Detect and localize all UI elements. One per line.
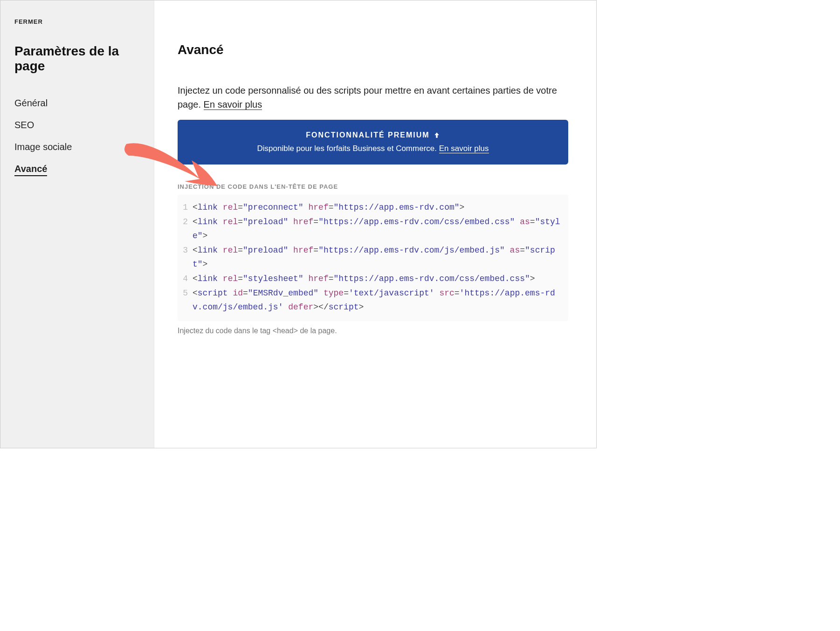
code-injection-label: INJECTION DE CODE DANS L'EN-TÊTE DE PAGE (178, 183, 568, 190)
premium-banner: FONCTIONNALITÉ PREMIUM Disponible pour l… (178, 120, 568, 165)
nav-item-general[interactable]: Général (14, 98, 48, 109)
line-number: 4 (182, 272, 193, 286)
sidebar-title: Paramètres de la page (14, 44, 140, 74)
close-button[interactable]: FERMER (14, 18, 43, 25)
code-line[interactable]: 3<link rel="preload" href="https://app.e… (182, 243, 564, 272)
premium-title-text: FONCTIONNALITÉ PREMIUM (306, 131, 429, 139)
premium-title: FONCTIONNALITÉ PREMIUM (306, 131, 440, 139)
nav-item-advanced[interactable]: Avancé (14, 164, 47, 176)
premium-learn-more-link[interactable]: En savoir plus (439, 144, 489, 153)
intro-text: Injectez un code personnalisé ou des scr… (178, 83, 568, 111)
code-content[interactable]: <link rel="stylesheet" href="https://app… (193, 272, 564, 286)
code-line[interactable]: 4<link rel="stylesheet" href="https://ap… (182, 272, 564, 286)
upgrade-icon (434, 132, 440, 138)
premium-sub-text: Disponible pour les forfaits Business et… (257, 144, 439, 153)
code-content[interactable]: <link rel="preload" href="https://app.em… (193, 215, 564, 243)
premium-subtitle: Disponible pour les forfaits Business et… (187, 144, 559, 153)
code-line[interactable]: 2<link rel="preload" href="https://app.e… (182, 215, 564, 243)
sidebar: FERMER Paramètres de la page Général SEO… (0, 0, 154, 448)
line-number: 2 (182, 215, 193, 243)
code-line[interactable]: 5<script id="EMSRdv_embed" type='text/ja… (182, 286, 564, 315)
line-number: 1 (182, 200, 193, 215)
learn-more-link[interactable]: En savoir plus (204, 99, 262, 110)
nav-item-social-image[interactable]: Image sociale (14, 142, 72, 152)
nav-item-seo[interactable]: SEO (14, 120, 34, 130)
page-title: Avancé (178, 42, 568, 57)
code-line[interactable]: 1<link rel="preconnect" href="https://ap… (182, 200, 564, 215)
code-content[interactable]: <link rel="preload" href="https://app.em… (193, 243, 564, 272)
line-number: 5 (182, 286, 193, 315)
code-content[interactable]: <script id="EMSRdv_embed" type='text/jav… (193, 286, 564, 315)
main-content: Avancé Injectez un code personnalisé ou … (154, 0, 596, 448)
line-number: 3 (182, 243, 193, 272)
helper-text: Injectez du code dans le tag <head> de l… (178, 327, 568, 335)
code-editor[interactable]: 1<link rel="preconnect" href="https://ap… (178, 195, 568, 321)
code-content[interactable]: <link rel="preconnect" href="https://app… (193, 200, 564, 215)
